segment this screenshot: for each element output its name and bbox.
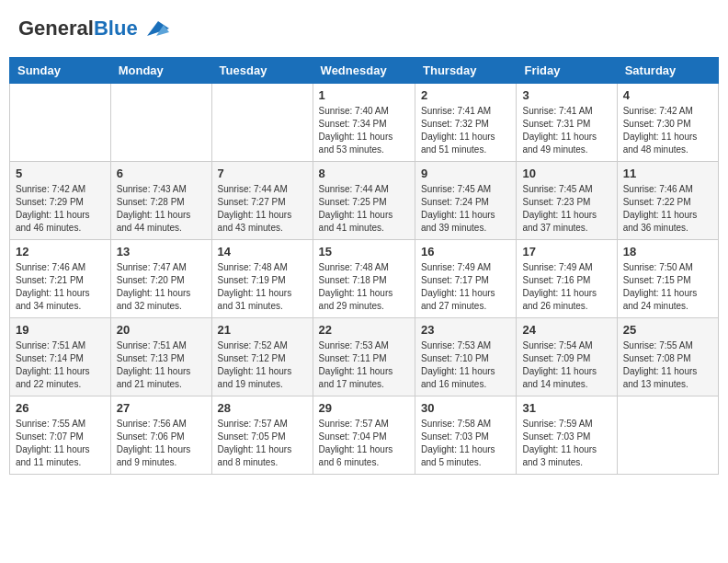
- day-number: 29: [319, 401, 409, 415]
- day-info: Sunrise: 7:42 AM Sunset: 7:29 PM Dayligh…: [16, 183, 105, 235]
- day-info: Sunrise: 7:41 AM Sunset: 7:31 PM Dayligh…: [522, 105, 610, 156]
- day-number: 28: [218, 401, 307, 415]
- day-number: 4: [623, 88, 712, 102]
- calendar-cell: 3Sunrise: 7:41 AM Sunset: 7:31 PM Daylig…: [517, 84, 617, 162]
- calendar-cell: 9Sunrise: 7:45 AM Sunset: 7:24 PM Daylig…: [415, 162, 517, 240]
- day-number: 30: [421, 401, 510, 415]
- day-number: 14: [218, 245, 307, 259]
- day-info: Sunrise: 7:57 AM Sunset: 7:05 PM Dayligh…: [218, 418, 307, 469]
- day-number: 5: [16, 167, 105, 180]
- calendar-week-row: 12Sunrise: 7:46 AM Sunset: 7:21 PM Dayli…: [10, 240, 719, 318]
- calendar-cell: 24Sunrise: 7:54 AM Sunset: 7:09 PM Dayli…: [517, 318, 617, 396]
- day-info: Sunrise: 7:43 AM Sunset: 7:28 PM Dayligh…: [117, 183, 206, 235]
- calendar-cell: 13Sunrise: 7:47 AM Sunset: 7:20 PM Dayli…: [110, 240, 211, 318]
- day-info: Sunrise: 7:57 AM Sunset: 7:04 PM Dayligh…: [319, 418, 409, 469]
- day-info: Sunrise: 7:44 AM Sunset: 7:25 PM Dayligh…: [319, 183, 409, 235]
- day-info: Sunrise: 7:59 AM Sunset: 7:03 PM Dayligh…: [522, 418, 610, 469]
- day-info: Sunrise: 7:48 AM Sunset: 7:19 PM Dayligh…: [218, 261, 307, 313]
- calendar-cell: 14Sunrise: 7:48 AM Sunset: 7:19 PM Dayli…: [211, 240, 313, 318]
- day-info: Sunrise: 7:41 AM Sunset: 7:32 PM Dayligh…: [421, 105, 510, 156]
- calendar-week-row: 26Sunrise: 7:55 AM Sunset: 7:07 PM Dayli…: [10, 396, 719, 475]
- calendar-cell: 22Sunrise: 7:53 AM Sunset: 7:11 PM Dayli…: [313, 318, 415, 396]
- calendar-header-row: SundayMondayTuesdayWednesdayThursdayFrid…: [10, 58, 719, 84]
- day-number: 11: [623, 167, 712, 180]
- day-info: Sunrise: 7:45 AM Sunset: 7:24 PM Dayligh…: [421, 183, 510, 235]
- day-info: Sunrise: 7:55 AM Sunset: 7:08 PM Dayligh…: [623, 339, 712, 391]
- day-number: 25: [623, 323, 712, 337]
- calendar-cell: 31Sunrise: 7:59 AM Sunset: 7:03 PM Dayli…: [517, 396, 617, 475]
- calendar-cell: 15Sunrise: 7:48 AM Sunset: 7:18 PM Dayli…: [313, 240, 415, 318]
- day-number: 10: [522, 167, 610, 180]
- day-number: 21: [218, 323, 307, 337]
- calendar-week-row: 5Sunrise: 7:42 AM Sunset: 7:29 PM Daylig…: [10, 162, 719, 240]
- day-info: Sunrise: 7:58 AM Sunset: 7:03 PM Dayligh…: [421, 418, 510, 469]
- calendar-cell: [10, 84, 111, 162]
- day-info: Sunrise: 7:52 AM Sunset: 7:12 PM Dayligh…: [218, 339, 307, 391]
- calendar-cell: 30Sunrise: 7:58 AM Sunset: 7:03 PM Dayli…: [415, 396, 517, 475]
- day-number: 19: [16, 323, 105, 337]
- day-info: Sunrise: 7:46 AM Sunset: 7:21 PM Dayligh…: [16, 261, 105, 313]
- day-number: 27: [117, 401, 206, 415]
- day-number: 20: [117, 323, 206, 337]
- page-header: GeneralBlue: [9, 9, 719, 48]
- calendar-cell: 19Sunrise: 7:51 AM Sunset: 7:14 PM Dayli…: [10, 318, 111, 396]
- day-number: 1: [319, 88, 409, 102]
- weekday-header-friday: Friday: [517, 58, 617, 84]
- calendar-week-row: 19Sunrise: 7:51 AM Sunset: 7:14 PM Dayli…: [10, 318, 719, 396]
- weekday-header-sunday: Sunday: [10, 58, 111, 84]
- calendar-cell: 7Sunrise: 7:44 AM Sunset: 7:27 PM Daylig…: [211, 162, 313, 240]
- day-number: 2: [421, 88, 510, 102]
- calendar-cell: 1Sunrise: 7:40 AM Sunset: 7:34 PM Daylig…: [313, 84, 415, 162]
- calendar-cell: 11Sunrise: 7:46 AM Sunset: 7:22 PM Dayli…: [617, 162, 718, 240]
- day-number: 24: [522, 323, 610, 337]
- calendar-cell: [211, 84, 313, 162]
- calendar-cell: 21Sunrise: 7:52 AM Sunset: 7:12 PM Dayli…: [211, 318, 313, 396]
- day-number: 7: [218, 167, 307, 180]
- logo-general: General: [18, 17, 94, 40]
- day-number: 3: [522, 88, 610, 102]
- day-info: Sunrise: 7:46 AM Sunset: 7:22 PM Dayligh…: [623, 183, 712, 235]
- day-number: 26: [16, 401, 105, 415]
- day-number: 31: [522, 401, 610, 415]
- calendar-cell: 16Sunrise: 7:49 AM Sunset: 7:17 PM Dayli…: [415, 240, 517, 318]
- day-number: 18: [623, 245, 712, 259]
- calendar-cell: 27Sunrise: 7:56 AM Sunset: 7:06 PM Dayli…: [110, 396, 211, 475]
- day-number: 9: [421, 167, 510, 180]
- calendar-cell: 5Sunrise: 7:42 AM Sunset: 7:29 PM Daylig…: [10, 162, 111, 240]
- logo-icon: [140, 14, 169, 43]
- day-info: Sunrise: 7:51 AM Sunset: 7:13 PM Dayligh…: [117, 339, 206, 391]
- day-number: 15: [319, 245, 409, 259]
- day-number: 23: [421, 323, 510, 337]
- day-number: 12: [16, 245, 105, 259]
- weekday-header-thursday: Thursday: [415, 58, 517, 84]
- calendar-cell: 20Sunrise: 7:51 AM Sunset: 7:13 PM Dayli…: [110, 318, 211, 396]
- day-info: Sunrise: 7:56 AM Sunset: 7:06 PM Dayligh…: [117, 418, 206, 469]
- calendar-cell: 25Sunrise: 7:55 AM Sunset: 7:08 PM Dayli…: [617, 318, 718, 396]
- day-info: Sunrise: 7:44 AM Sunset: 7:27 PM Dayligh…: [218, 183, 307, 235]
- calendar-table: SundayMondayTuesdayWednesdayThursdayFrid…: [9, 57, 719, 475]
- day-info: Sunrise: 7:48 AM Sunset: 7:18 PM Dayligh…: [319, 261, 409, 313]
- logo-blue: Blue: [94, 17, 138, 40]
- day-info: Sunrise: 7:53 AM Sunset: 7:11 PM Dayligh…: [319, 339, 409, 391]
- day-number: 13: [117, 245, 206, 259]
- calendar-cell: 6Sunrise: 7:43 AM Sunset: 7:28 PM Daylig…: [110, 162, 211, 240]
- day-number: 8: [319, 167, 409, 180]
- day-info: Sunrise: 7:40 AM Sunset: 7:34 PM Dayligh…: [319, 105, 409, 156]
- day-info: Sunrise: 7:47 AM Sunset: 7:20 PM Dayligh…: [117, 261, 206, 313]
- calendar-week-row: 1Sunrise: 7:40 AM Sunset: 7:34 PM Daylig…: [10, 84, 719, 162]
- calendar-cell: 12Sunrise: 7:46 AM Sunset: 7:21 PM Dayli…: [10, 240, 111, 318]
- calendar-cell: 8Sunrise: 7:44 AM Sunset: 7:25 PM Daylig…: [313, 162, 415, 240]
- day-info: Sunrise: 7:50 AM Sunset: 7:15 PM Dayligh…: [623, 261, 712, 313]
- day-info: Sunrise: 7:45 AM Sunset: 7:23 PM Dayligh…: [522, 183, 610, 235]
- weekday-header-tuesday: Tuesday: [211, 58, 313, 84]
- weekday-header-wednesday: Wednesday: [313, 58, 415, 84]
- calendar-cell: 10Sunrise: 7:45 AM Sunset: 7:23 PM Dayli…: [517, 162, 617, 240]
- day-number: 17: [522, 245, 610, 259]
- calendar-cell: [617, 396, 718, 475]
- day-number: 16: [421, 245, 510, 259]
- day-info: Sunrise: 7:42 AM Sunset: 7:30 PM Dayligh…: [623, 105, 712, 156]
- calendar-cell: [110, 84, 211, 162]
- calendar-cell: 29Sunrise: 7:57 AM Sunset: 7:04 PM Dayli…: [313, 396, 415, 475]
- calendar-cell: 28Sunrise: 7:57 AM Sunset: 7:05 PM Dayli…: [211, 396, 313, 475]
- calendar-cell: 4Sunrise: 7:42 AM Sunset: 7:30 PM Daylig…: [617, 84, 718, 162]
